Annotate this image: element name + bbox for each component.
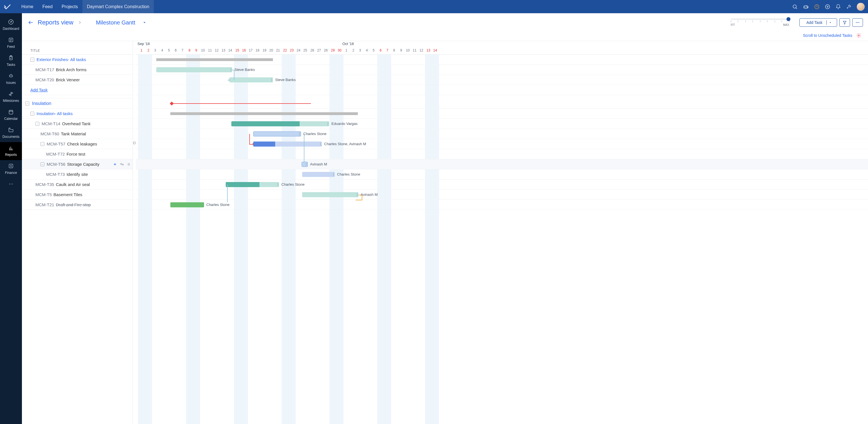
top-nav: Home Feed Projects Daymart Complex Const… <box>17 0 154 13</box>
clock-icon[interactable] <box>814 4 820 9</box>
svg-point-0 <box>793 5 796 8</box>
topbar: Home Feed Projects Daymart Complex Const… <box>0 0 868 13</box>
game-icon[interactable] <box>803 4 809 10</box>
topnav-project-daymart[interactable]: Daymart Complex Construction <box>82 0 154 13</box>
svg-point-6 <box>807 7 808 7</box>
app-logo[interactable] <box>3 3 11 11</box>
topnav-projects[interactable]: Projects <box>57 0 82 13</box>
topbar-actions <box>792 3 865 11</box>
svg-line-1 <box>796 8 797 9</box>
svg-point-5 <box>807 6 807 7</box>
search-icon[interactable] <box>792 4 798 9</box>
tools-icon[interactable] <box>846 4 852 9</box>
topnav-feed[interactable]: Feed <box>38 0 57 13</box>
bell-icon[interactable] <box>835 4 841 9</box>
add-icon[interactable] <box>825 4 830 9</box>
topnav-home[interactable]: Home <box>17 0 38 13</box>
avatar[interactable] <box>857 3 865 11</box>
